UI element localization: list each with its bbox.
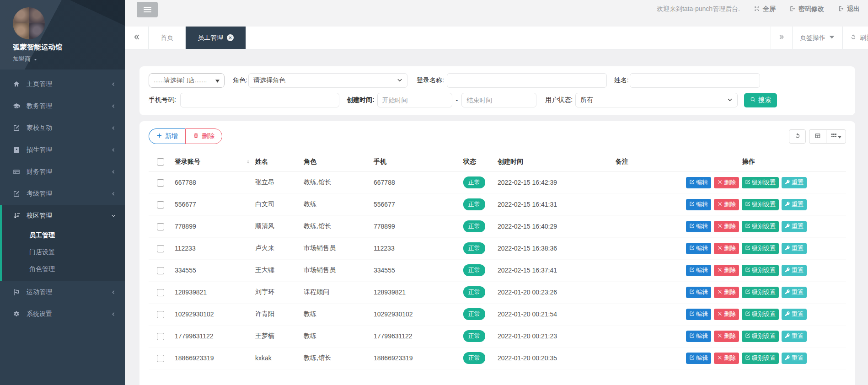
role-select[interactable]: 请选择角色 [248,73,407,88]
level-setting-button[interactable]: 级别设置 [742,353,779,364]
level-setting-button[interactable]: 级别设置 [742,243,779,254]
column-header-remark: 备注 [616,152,681,171]
reset-password-button[interactable]: 重置 [782,177,807,188]
select-all-checkbox[interactable] [157,158,164,166]
row-checkbox[interactable] [157,267,164,274]
row-checkbox[interactable] [157,289,164,296]
sidebar-toggle-button[interactable] [137,2,158,17]
row-delete-button[interactable]: 删除 [714,243,739,254]
sidebar-item[interactable]: 教务管理 [2,95,125,117]
reset-password-button[interactable]: 重置 [782,243,807,254]
store-select[interactable]: ......请选择门店....... [149,73,225,88]
tabs-scroll-right-button[interactable] [771,27,792,49]
tabs-scroll-left-button[interactable] [125,27,149,49]
level-setting-button[interactable]: 级别设置 [742,177,779,188]
sidebar-item[interactable]: 招生管理 [2,139,125,161]
login-name-input[interactable] [447,73,607,88]
reset-password-button[interactable]: 重置 [782,353,807,364]
sidebar-subitem[interactable]: 员工管理 [2,227,125,244]
row-delete-button[interactable]: 删除 [714,353,739,364]
row-checkbox[interactable] [157,311,164,318]
logout-button[interactable]: 退出 [838,5,860,13]
edit-button[interactable]: 编辑 [686,287,711,298]
edit-square-icon [13,190,21,198]
chevron-left-icon [111,103,116,109]
reset-password-button[interactable]: 重置 [782,287,807,298]
sidebar-item[interactable]: 校区管理 [2,205,125,227]
edit-button[interactable]: 编辑 [686,199,711,210]
edit-button[interactable]: 编辑 [686,265,711,276]
status-badge: 正常 [463,330,485,342]
sidebar-item[interactable]: 考级管理 [2,183,125,205]
cell-created: 2022-02-15 16:37:41 [498,259,616,281]
refresh-tab-button[interactable]: 刷新 [842,27,868,49]
cell-account: 778899 [175,215,255,237]
avatar[interactable] [13,7,45,39]
edit-button[interactable]: 编辑 [686,353,711,364]
row-delete-button[interactable]: 删除 [714,221,739,232]
delete-button[interactable]: 删除 [185,128,222,144]
reset-password-button[interactable]: 重置 [782,199,807,210]
row-checkbox[interactable] [157,223,164,230]
edit-button[interactable]: 编辑 [686,221,711,232]
level-setting-button[interactable]: 级别设置 [742,309,779,320]
sidebar-subitem[interactable]: 角色管理 [2,261,125,278]
row-delete-button[interactable]: 删除 [714,265,739,276]
start-time-input[interactable] [377,93,452,107]
sidebar-item[interactable]: 家校互动 [2,117,125,139]
column-header-phone: 手机 [374,152,463,171]
phone-input[interactable] [180,93,339,107]
end-time-input[interactable] [461,93,536,107]
reset-password-button[interactable]: 重置 [782,331,807,342]
level-setting-button[interactable]: 级别设置 [742,221,779,232]
sidebar-item[interactable]: 财务管理 [2,161,125,183]
reset-password-button[interactable]: 重置 [782,265,807,276]
change-password-button[interactable]: 密码修改 [789,5,824,13]
cell-remark [616,281,681,303]
table-tools [789,129,846,144]
columns-dropdown-button[interactable] [826,129,846,144]
level-setting-button[interactable]: 级别设置 [742,199,779,210]
name-input[interactable] [630,73,760,88]
row-checkbox[interactable] [157,179,164,187]
close-tab-icon[interactable]: ✕ [227,34,234,41]
user-status-select[interactable]: 所有 [575,93,738,107]
graduation-cap-icon [13,102,21,110]
row-delete-button[interactable]: 删除 [714,177,739,188]
cell-account: 128939821 [175,281,255,303]
edit-button[interactable]: 编辑 [686,177,711,188]
brand-subtitle[interactable]: 加盟商 [13,55,125,63]
row-checkbox[interactable] [157,245,164,252]
refresh-table-button[interactable] [789,129,806,144]
row-delete-button[interactable]: 删除 [714,309,739,320]
row-checkbox[interactable] [157,201,164,209]
level-setting-button[interactable]: 级别设置 [742,331,779,342]
row-checkbox[interactable] [157,355,164,362]
sidebar-item[interactable]: 运动管理 [2,281,125,303]
tab[interactable]: 员工管理✕ [186,27,246,49]
edit-button[interactable]: 编辑 [686,243,711,254]
sidebar-item[interactable]: 系统设置 [2,303,125,325]
edit-button[interactable]: 编辑 [686,309,711,320]
level-setting-button[interactable]: 级别设置 [742,265,779,276]
cell-created: 2022-01-20 00:20:35 [498,347,616,369]
search-button[interactable]: 搜索 [744,93,777,107]
sidebar-item[interactable]: 主页管理 [2,73,125,95]
cell-account: 667788 [175,171,255,193]
reset-password-button[interactable]: 重置 [782,309,807,320]
edit-button[interactable]: 编辑 [686,331,711,342]
row-actions: 编辑 删除 级别设置 重置 [681,353,846,364]
row-delete-button[interactable]: 删除 [714,287,739,298]
level-setting-button[interactable]: 级别设置 [742,287,779,298]
sidebar-subitem[interactable]: 门店设置 [2,244,125,261]
toggle-view-button[interactable] [809,129,826,144]
row-delete-button[interactable]: 删除 [714,199,739,210]
add-button[interactable]: 新增 [149,128,185,144]
tab-actions-dropdown[interactable]: 页签操作 [792,27,842,49]
row-delete-button[interactable]: 删除 [714,331,739,342]
row-checkbox[interactable] [157,333,164,340]
reset-password-button[interactable]: 重置 [782,221,807,232]
sort-icon[interactable] [246,159,251,165]
fullscreen-button[interactable]: 全屏 [754,5,776,13]
tab[interactable]: 首页 [149,27,186,49]
